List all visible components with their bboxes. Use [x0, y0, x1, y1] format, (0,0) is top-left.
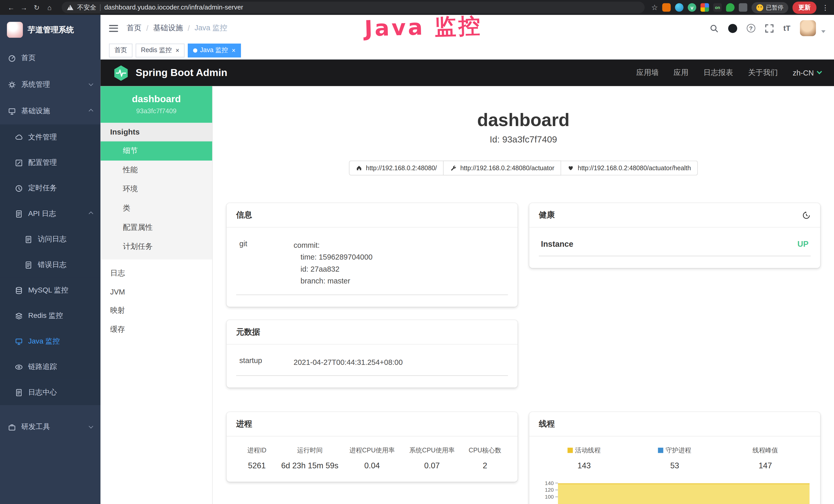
sidebar-item-log-center[interactable]: 日志中心: [0, 380, 101, 405]
sidebar-item-java-monitor[interactable]: Java 监控: [0, 329, 101, 354]
bookmark-star-icon[interactable]: ☆: [651, 3, 658, 12]
instance-id: Id: 93a3fc7f7409: [213, 135, 834, 145]
tab-home[interactable]: 首页: [109, 43, 133, 57]
forward-icon[interactable]: →: [18, 3, 30, 11]
breadcrumb-current: Java 监控: [194, 23, 227, 33]
document-icon: [15, 210, 23, 218]
security-label[interactable]: 不安全: [77, 3, 96, 12]
sidebar-item-scheduled-tasks[interactable]: 定时任务: [0, 175, 101, 201]
history-icon[interactable]: [802, 211, 811, 219]
threads-chart: 140 120 100: [539, 480, 811, 504]
heart-icon: [568, 165, 574, 171]
extension-icon[interactable]: [675, 3, 683, 12]
text-size-icon[interactable]: tT: [784, 24, 790, 32]
url-text[interactable]: dashboard.yudao.iocoder.cn/infra/admin-s…: [104, 4, 243, 11]
chevron-down-icon: [817, 69, 822, 74]
sba-nav-journal[interactable]: 日志报表: [703, 68, 733, 77]
sidebar-item-file-management[interactable]: 文件管理: [0, 124, 101, 150]
paused-badge[interactable]: 已暂停: [751, 2, 788, 13]
sidebar-item-infrastructure[interactable]: 基础设施: [0, 98, 101, 124]
search-icon[interactable]: [709, 24, 719, 32]
divider: [100, 4, 101, 11]
sba-menu-performance[interactable]: 性能: [101, 160, 212, 180]
sba-menu-classes[interactable]: 类: [101, 199, 212, 218]
breadcrumb: 首页 / 基础设施 / Java 监控: [127, 23, 227, 33]
chevron-down-icon: [89, 424, 93, 429]
actuator-url-button[interactable]: http://192.168.0.2:48080/actuator: [444, 160, 561, 175]
info-row-label: git: [239, 239, 293, 287]
chevron-up-icon: [89, 211, 93, 216]
status-badge: UP: [797, 239, 808, 248]
sba-nav-wallboard[interactable]: 应用墙: [636, 68, 659, 77]
sidebar-item-dev-tools[interactable]: 研发工具: [0, 414, 101, 440]
extension-icon[interactable]: [739, 3, 747, 12]
sba-menu-config-props[interactable]: 配置属性: [101, 218, 212, 237]
document-icon: [15, 388, 23, 396]
service-url-button[interactable]: http://192.168.0.2:48080/: [349, 160, 444, 175]
address-bar[interactable]: ! 不安全 dashboard.yudao.iocoder.cn/infra/a…: [62, 2, 645, 13]
dashboard-icon: [8, 54, 16, 62]
locale-selector[interactable]: zh-CN: [793, 69, 821, 77]
health-url-button[interactable]: http://192.168.0.2:48080/actuator/health: [561, 160, 698, 175]
sidebar-item-redis-monitor[interactable]: Redis 监控: [0, 303, 101, 328]
sba-menu-jvm[interactable]: JVM: [101, 283, 212, 301]
tab-redis-monitor[interactable]: Redis 监控 ×: [136, 43, 185, 57]
document-icon: [24, 261, 32, 269]
close-icon[interactable]: ×: [232, 46, 236, 54]
home-icon: [356, 165, 362, 171]
sidebar-item-error-logs[interactable]: 错误日志: [0, 252, 101, 278]
daemon-threads-swatch: [658, 448, 664, 453]
layers-icon: [15, 312, 23, 320]
app-logo[interactable]: 芋道管理系统: [0, 15, 101, 45]
sba-menu-caches[interactable]: 缓存: [101, 320, 212, 339]
sidebar-item-home[interactable]: 首页: [0, 45, 101, 71]
monkey-face-icon: [756, 4, 763, 11]
logo-image: [7, 22, 23, 38]
update-button[interactable]: 更新: [792, 1, 816, 14]
close-icon[interactable]: ×: [175, 46, 179, 54]
instance-header[interactable]: dashboard 93a3fc7f7409: [101, 86, 212, 123]
database-icon: [15, 286, 23, 294]
reload-icon[interactable]: ↻: [31, 3, 43, 11]
sba-header: Spring Boot Admin 应用墙 应用 日志报表 关于我们 zh-CN: [101, 60, 834, 86]
sidebar-item-mysql-monitor[interactable]: MySQL 监控: [0, 278, 101, 303]
clock-icon: [15, 184, 23, 192]
user-avatar[interactable]: [800, 20, 816, 36]
sba-menu-logs[interactable]: 日志: [101, 264, 212, 283]
fullscreen-icon[interactable]: [765, 24, 774, 32]
sba-menu-details[interactable]: 细节: [101, 141, 212, 161]
sidebar-item-link-tracing[interactable]: 链路追踪: [0, 354, 101, 380]
extension-icon[interactable]: [662, 3, 671, 12]
sba-nav-about[interactable]: 关于我们: [748, 68, 778, 77]
extension-icon[interactable]: [726, 3, 734, 12]
health-card: 健康 Instance: [529, 203, 820, 268]
breadcrumb-home[interactable]: 首页: [127, 23, 141, 33]
breadcrumb-infrastructure[interactable]: 基础设施: [153, 23, 183, 33]
tab-java-monitor[interactable]: Java 监控 ×: [188, 43, 241, 57]
sba-menu-mappings[interactable]: 映射: [101, 301, 212, 320]
sba-menu-environment[interactable]: 环境: [101, 180, 212, 199]
instance-links: http://192.168.0.2:48080/ http://192.168…: [213, 160, 834, 175]
sba-logo-icon: [113, 65, 129, 81]
browser-menu-icon[interactable]: ⋮: [822, 3, 829, 11]
help-icon[interactable]: ?: [747, 24, 755, 32]
chevron-down-icon: [89, 82, 93, 86]
github-icon[interactable]: [728, 24, 737, 32]
process-card: 进程 进程ID5261 运行时间6d 23h 15m 59s 进程CPU使用率0…: [226, 412, 518, 482]
sidebar-item-config-management[interactable]: 配置管理: [0, 150, 101, 175]
menu-group-insights[interactable]: Insights: [101, 123, 212, 141]
spring-boot-admin: Spring Boot Admin 应用墙 应用 日志报表 关于我们 zh-CN: [101, 60, 834, 504]
hamburger-icon[interactable]: [109, 25, 118, 31]
sidebar-item-api-logs[interactable]: API 日志: [0, 201, 101, 226]
extension-icon[interactable]: v: [688, 3, 696, 12]
back-icon[interactable]: ←: [5, 3, 17, 11]
extension-icon[interactable]: [700, 3, 709, 12]
sidebar-item-system-management[interactable]: 系统管理: [0, 71, 101, 98]
sba-menu-scheduled-tasks[interactable]: 计划任务: [101, 237, 212, 256]
extension-icon[interactable]: on: [713, 3, 722, 12]
gear-icon: [8, 81, 16, 89]
sba-nav-applications[interactable]: 应用: [674, 68, 688, 77]
browser-home-icon[interactable]: ⌂: [44, 3, 56, 11]
sidebar-item-access-logs[interactable]: 访问日志: [0, 226, 101, 252]
monitor-icon: [8, 107, 16, 115]
